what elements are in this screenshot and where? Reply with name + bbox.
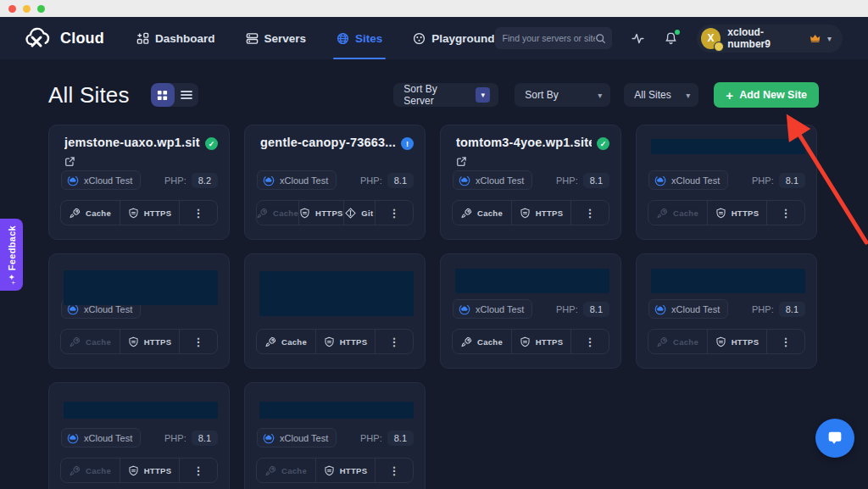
server-chip[interactable]: xCloud Test: [61, 428, 141, 447]
xcloud-logo[interactable]: Cloud: [23, 17, 104, 59]
site-card[interactable]: gentle-canopy-73663... ! xCloud Test PHP…: [244, 125, 426, 240]
cache-button[interactable]: Cache: [648, 330, 707, 353]
nav-playground[interactable]: Playground: [413, 17, 494, 59]
feedback-button[interactable]: Feedback ✦⁺: [0, 219, 23, 291]
php-version: PHP: 8.1: [752, 302, 805, 317]
cache-button[interactable]: Cache: [257, 330, 315, 353]
https-button[interactable]: HTTPS: [315, 330, 375, 353]
external-link-icon[interactable]: [457, 154, 466, 169]
https-button[interactable]: HTTPS: [511, 330, 570, 353]
crown-icon: [810, 33, 821, 43]
site-card[interactable]: xCloud Test PHP: 8.1 Cache HTTPS ⋮: [636, 125, 817, 240]
php-version: PHP: 8.1: [360, 431, 414, 446]
card-menu-kebab-icon[interactable]: ⋮: [766, 330, 804, 353]
cache-label: Cache: [281, 466, 307, 475]
plus-icon: +: [726, 89, 733, 102]
cache-button[interactable]: Cache: [61, 201, 120, 225]
card-menu-kebab-icon[interactable]: ⋮: [179, 330, 217, 353]
site-card[interactable]: jemstone-uaxo.wp1.site ✓ xCloud Test PHP…: [48, 125, 230, 240]
nav-sites[interactable]: Sites: [337, 17, 382, 59]
nav-label: Playground: [431, 32, 494, 45]
server-chip[interactable]: xCloud Test: [648, 170, 728, 190]
cache-button[interactable]: Cache: [648, 201, 707, 225]
card-menu-kebab-icon[interactable]: ⋮: [766, 201, 804, 225]
site-card[interactable]: xCloud Test PHP: 8.1 Cache HTTPS ⋮: [636, 253, 817, 369]
sort-by-server-dropdown[interactable]: Sort By Server ▾: [393, 83, 498, 107]
page-title: All Sites: [48, 82, 130, 108]
nav-servers[interactable]: Servers: [246, 17, 307, 59]
https-button[interactable]: HTTPS: [298, 201, 343, 225]
server-chip[interactable]: xCloud Test: [453, 299, 532, 319]
external-link-icon[interactable]: [65, 154, 75, 169]
list-view-button[interactable]: [175, 83, 198, 107]
notifications-bell-icon[interactable]: [664, 31, 678, 46]
search-icon: [595, 33, 606, 44]
servers-icon: [246, 32, 259, 45]
macos-titlebar: [0, 0, 868, 17]
https-button[interactable]: HTTPS: [120, 330, 179, 353]
status-info-icon: !: [401, 137, 414, 150]
git-button[interactable]: Git: [343, 201, 375, 225]
php-value[interactable]: 8.1: [779, 173, 805, 188]
php-value[interactable]: 8.1: [779, 302, 805, 317]
php-value[interactable]: 8.1: [192, 431, 218, 446]
avatar-badge: [714, 42, 724, 52]
site-title: tomtom3-4yoe.wp1.site: [456, 136, 592, 149]
grid-view-button[interactable]: [151, 83, 175, 107]
server-chip[interactable]: xCloud Test: [257, 170, 337, 190]
cloud-server-icon: [67, 432, 79, 444]
php-value[interactable]: 8.1: [583, 173, 609, 188]
card-menu-kebab-icon[interactable]: ⋮: [375, 201, 413, 225]
chat-widget-button[interactable]: [815, 419, 854, 458]
site-card[interactable]: xCloud Test PHP: 8.1 Cache HTTPS ⋮: [244, 382, 426, 489]
search-input[interactable]: [503, 33, 595, 43]
https-button[interactable]: HTTPS: [120, 201, 179, 225]
card-menu-kebab-icon[interactable]: ⋮: [179, 201, 217, 225]
server-chip[interactable]: xCloud Test: [257, 428, 337, 447]
cache-button[interactable]: Cache: [257, 201, 298, 225]
all-sites-filter-dropdown[interactable]: All Sites ▾: [624, 83, 698, 107]
dropdown-value: Sort By Server: [403, 83, 467, 107]
cache-label: Cache: [673, 208, 698, 218]
server-chip[interactable]: xCloud Test: [61, 170, 141, 190]
server-chip[interactable]: xCloud Test: [648, 299, 728, 319]
server-chip[interactable]: xCloud Test: [453, 170, 532, 190]
cache-button[interactable]: Cache: [453, 201, 511, 225]
site-card[interactable]: tomtom3-4yoe.wp1.site ✓ xCloud Test PHP:…: [440, 125, 621, 240]
site-card[interactable]: xCloud Test PHP: 8.1 Cache HTTPS ⋮: [440, 253, 621, 369]
cache-button[interactable]: Cache: [61, 458, 120, 482]
search-box[interactable]: [495, 27, 612, 49]
close-window-button[interactable]: [8, 5, 16, 13]
https-button[interactable]: HTTPS: [315, 458, 375, 482]
card-menu-kebab-icon[interactable]: ⋮: [179, 458, 217, 482]
php-value[interactable]: 8.1: [583, 302, 609, 317]
card-menu-kebab-icon[interactable]: ⋮: [570, 330, 609, 353]
card-menu-kebab-icon[interactable]: ⋮: [570, 201, 609, 225]
https-button[interactable]: HTTPS: [120, 458, 179, 482]
cache-button[interactable]: Cache: [257, 458, 315, 482]
nav-dashboard[interactable]: Dashboard: [136, 17, 215, 59]
add-new-site-button[interactable]: + Add New Site: [714, 82, 819, 108]
php-value[interactable]: 8.1: [387, 431, 414, 446]
user-menu[interactable]: X xcloud-number9 ▾: [697, 25, 843, 53]
sort-by-dropdown[interactable]: Sort By ▾: [515, 83, 610, 107]
site-card[interactable]: Cache HTTPS ⋮: [244, 253, 426, 369]
card-menu-kebab-icon[interactable]: ⋮: [375, 458, 413, 482]
activity-pulse-icon[interactable]: [631, 31, 645, 46]
https-button[interactable]: HTTPS: [707, 201, 766, 225]
active-tab-underline: [333, 58, 386, 59]
php-version: PHP: 8.1: [556, 302, 609, 317]
https-button[interactable]: HTTPS: [511, 201, 570, 225]
zoom-window-button[interactable]: [37, 5, 45, 13]
minimize-window-button[interactable]: [23, 5, 31, 13]
site-card[interactable]: xCloud Test Cache HTTPS ⋮: [48, 253, 230, 369]
https-button[interactable]: HTTPS: [707, 330, 766, 353]
cloud-server-icon: [459, 175, 470, 186]
cache-button[interactable]: Cache: [61, 330, 120, 353]
site-card[interactable]: xCloud Test PHP: 8.1 Cache HTTPS ⋮: [48, 382, 230, 489]
php-value[interactable]: 8.1: [387, 173, 414, 188]
card-menu-kebab-icon[interactable]: ⋮: [375, 330, 413, 353]
shield-icon: [128, 208, 139, 219]
cache-button[interactable]: Cache: [453, 330, 511, 353]
php-value[interactable]: 8.2: [192, 173, 218, 188]
